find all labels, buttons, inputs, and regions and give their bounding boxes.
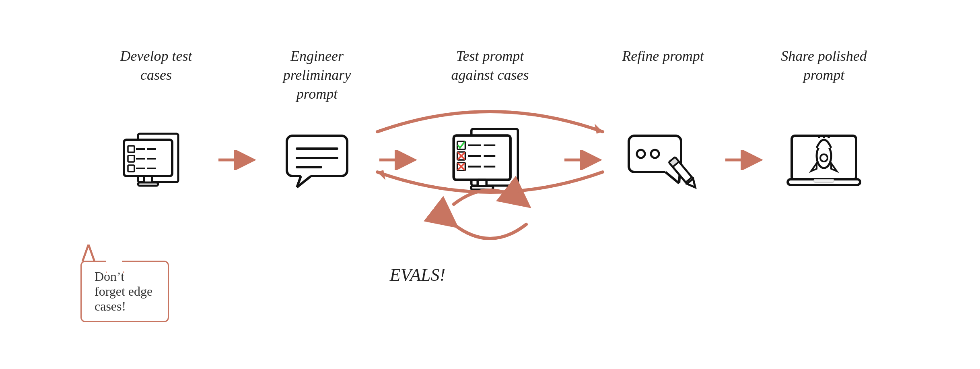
step3-label-col: Test prompt against cases <box>422 47 558 85</box>
arrow2-col <box>373 150 422 170</box>
step2-label: Engineer preliminary prompt <box>283 47 351 103</box>
arrow3-col <box>558 150 607 170</box>
step1-label: Develop test cases <box>120 47 192 85</box>
arrow4-col <box>719 150 768 170</box>
step4-label-col: Refine prompt <box>607 47 719 66</box>
step4-icon <box>623 120 703 200</box>
callout-box: Don’t forget edge cases! <box>80 261 169 322</box>
callout-area: Don’t forget edge cases! <box>32 261 169 322</box>
step1-label-col: Develop test cases <box>100 47 212 85</box>
arrow2-icon <box>377 150 418 170</box>
step1-icon-col <box>100 120 212 200</box>
svg-rect-59 <box>814 179 834 182</box>
diagram-container: Develop test cases Engineer preliminary … <box>0 31 980 338</box>
step2-icon-col <box>261 120 373 200</box>
evals-label: EVALS! <box>390 265 446 285</box>
bottom-row: Don’t forget edge cases! EVALS! <box>32 261 948 322</box>
svg-rect-17 <box>138 182 158 186</box>
arrow1-col <box>212 150 261 170</box>
callout-text: Don’t forget edge cases! <box>95 269 152 313</box>
arrow4-icon <box>723 150 764 170</box>
svg-point-63 <box>823 136 825 138</box>
step2-icon <box>277 120 357 200</box>
step3-label: Test prompt against cases <box>451 47 529 85</box>
arrow3-icon <box>562 150 603 170</box>
loop-arrows <box>365 196 615 245</box>
svg-rect-10 <box>128 155 134 162</box>
labels-row: Develop test cases Engineer preliminary … <box>32 47 948 103</box>
step5-label-col: Share polished prompt <box>768 47 880 85</box>
svg-point-64 <box>828 136 830 138</box>
step1-icon <box>116 120 196 200</box>
svg-point-50 <box>651 150 659 158</box>
svg-rect-7 <box>128 146 134 152</box>
step5-label: Share polished prompt <box>781 47 867 85</box>
step5-icon <box>784 120 864 200</box>
callout-wrapper: Don’t forget edge cases! <box>56 261 169 322</box>
step4-label: Refine prompt <box>622 47 704 66</box>
svg-rect-13 <box>128 165 134 172</box>
step5-icon-col <box>768 120 880 200</box>
step4-icon-col <box>607 120 719 200</box>
evals-area: EVALS! <box>169 261 666 285</box>
arrow1-icon <box>216 150 257 170</box>
svg-point-49 <box>637 150 645 158</box>
loop-arrows-row <box>32 196 948 245</box>
svg-rect-19 <box>287 136 347 176</box>
callout-pointer-svg <box>80 245 97 261</box>
svg-point-61 <box>820 154 828 162</box>
step2-label-col: Engineer preliminary prompt <box>261 47 373 103</box>
svg-point-62 <box>818 136 820 138</box>
